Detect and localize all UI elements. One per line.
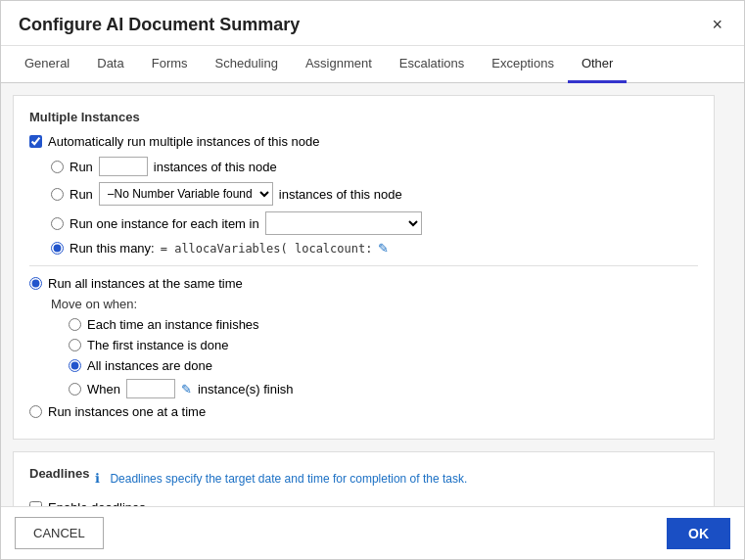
each-item-select[interactable] <box>265 211 422 235</box>
tab-escalations[interactable]: Escalations <box>386 46 478 83</box>
run-one-per-item-row: Run one instance for each item in <box>51 211 698 235</box>
auto-run-row: Automatically run multiple instances of … <box>29 134 698 149</box>
dialog: Configure AI Document Summary × General … <box>0 0 745 560</box>
run-one-at-time-radio[interactable] <box>29 405 42 418</box>
run-variable-label: Run <box>70 187 93 202</box>
each-time-radio[interactable] <box>69 318 81 331</box>
variable-select[interactable]: –No Number Variable found <box>99 182 273 206</box>
expression-value: = allocaVariables( localcount: <box>161 242 373 256</box>
run-this-many-radio[interactable] <box>51 242 64 255</box>
run-n-radio[interactable] <box>51 161 64 173</box>
close-button[interactable]: × <box>708 15 726 35</box>
deadlines-header: Deadlines ℹ Deadlines specify the target… <box>29 466 698 490</box>
run-one-per-item-radio[interactable] <box>51 217 64 230</box>
run-n-input[interactable] <box>99 157 148 176</box>
all-instances-radio[interactable] <box>69 359 81 372</box>
tab-other[interactable]: Other <box>568 46 628 83</box>
run-one-at-time-label: Run instances one at a time <box>48 404 206 419</box>
run-all-radio[interactable] <box>29 277 42 290</box>
when-n-finish-row: When ✎ instance(s) finish <box>69 379 698 398</box>
when-label: When <box>87 382 120 397</box>
when-n-finish-radio[interactable] <box>69 383 81 396</box>
first-instance-row: The first instance is done <box>69 338 698 352</box>
cancel-button[interactable]: CANCEL <box>15 517 104 549</box>
multiple-instances-section: Multiple Instances Automatically run mul… <box>13 95 715 440</box>
dialog-body: Multiple Instances Automatically run mul… <box>1 83 744 506</box>
run-this-many-label: Run this many: <box>70 241 155 256</box>
when-edit-icon[interactable]: ✎ <box>181 382 192 397</box>
dialog-footer: CANCEL OK <box>1 506 744 559</box>
tab-exceptions[interactable]: Exceptions <box>478 46 568 83</box>
instances-of-node2-label: instances of this node <box>279 187 402 202</box>
run-one-label: Run one instance for each item in <box>70 216 259 231</box>
dialog-header: Configure AI Document Summary × <box>1 1 744 46</box>
auto-run-label: Automatically run multiple instances of … <box>48 134 319 149</box>
each-time-label: Each time an instance finishes <box>87 317 259 332</box>
first-instance-radio[interactable] <box>69 339 81 351</box>
run-variable-radio[interactable] <box>51 188 64 201</box>
deadlines-section: Deadlines ℹ Deadlines specify the target… <box>13 451 715 506</box>
multiple-instances-title: Multiple Instances <box>29 110 698 124</box>
first-instance-label: The first instance is done <box>87 338 229 352</box>
tab-scheduling[interactable]: Scheduling <box>202 46 292 83</box>
run-this-many-row: Run this many: = allocaVariables( localc… <box>51 241 698 256</box>
info-icon: ℹ <box>95 471 100 486</box>
run-label: Run <box>70 160 93 174</box>
deadlines-title: Deadlines <box>29 466 89 481</box>
instance-finish-label: instance(s) finish <box>198 382 294 397</box>
instances-of-node-label: instances of this node <box>154 160 277 174</box>
run-variable-row: Run –No Number Variable found instances … <box>51 182 698 206</box>
run-all-label: Run all instances at the same time <box>48 276 243 291</box>
auto-run-checkbox[interactable] <box>29 135 42 148</box>
run-all-row: Run all instances at the same time <box>29 276 698 291</box>
tab-assignment[interactable]: Assignment <box>292 46 386 83</box>
ok-button[interactable]: OK <box>667 518 730 549</box>
tab-bar: General Data Forms Scheduling Assignment… <box>1 46 744 83</box>
deadlines-info: Deadlines specify the target date and ti… <box>110 472 467 486</box>
all-instances-row: All instances are done <box>69 358 698 373</box>
move-on-label: Move on when: <box>51 297 698 311</box>
tab-forms[interactable]: Forms <box>138 46 202 83</box>
tab-data[interactable]: Data <box>83 46 137 83</box>
all-instances-label: All instances are done <box>87 358 212 373</box>
each-time-row: Each time an instance finishes <box>69 317 698 332</box>
run-n-instances-row: Run instances of this node <box>51 157 698 176</box>
when-n-input[interactable] <box>126 379 175 398</box>
tab-general[interactable]: General <box>11 46 83 83</box>
expression-edit-icon[interactable]: ✎ <box>378 241 389 256</box>
dialog-title: Configure AI Document Summary <box>19 15 300 35</box>
run-one-at-time-row: Run instances one at a time <box>29 404 698 419</box>
